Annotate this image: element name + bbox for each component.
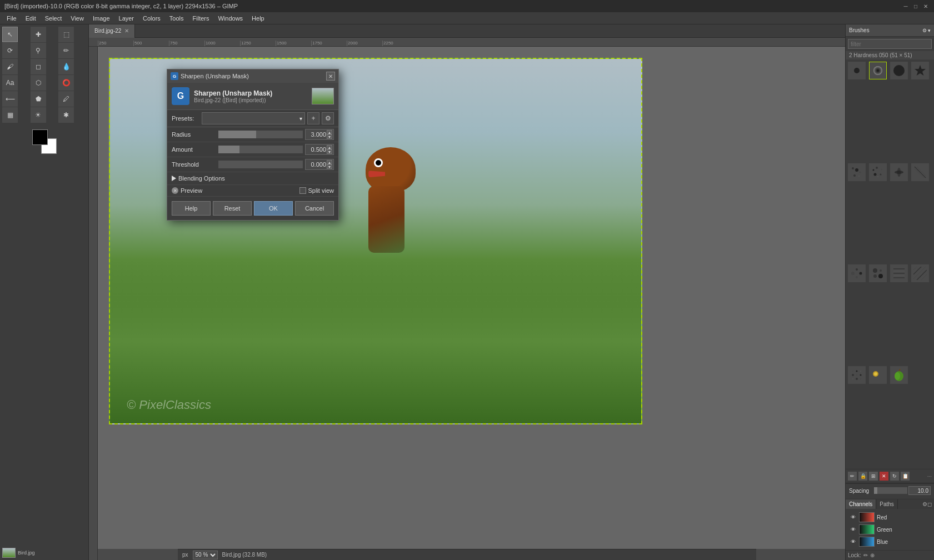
lock-paint-icon[interactable]: ✏: [863, 552, 868, 558]
brush-star[interactable]: [911, 62, 929, 79]
menu-file[interactable]: File: [2, 14, 21, 23]
brush-random[interactable]: [869, 366, 887, 384]
channel-row-green[interactable]: 👁 Green: [848, 523, 932, 536]
refresh-tool-icon[interactable]: ↻: [890, 472, 899, 481]
layer-item[interactable]: Bird.jpg: [0, 546, 88, 560]
tool-color-picker[interactable]: 🖊: [58, 91, 74, 107]
menu-windows[interactable]: Windows: [213, 14, 247, 23]
menu-select[interactable]: Select: [41, 14, 67, 23]
tool-fill[interactable]: 💧: [58, 59, 74, 74]
menu-image[interactable]: Image: [88, 14, 114, 23]
tool-zoom[interactable]: ⬚: [58, 27, 74, 42]
amount-slider[interactable]: [218, 146, 303, 153]
panel-settings-icon[interactable]: ⚙: [922, 501, 927, 507]
amount-up-spinner[interactable]: ▲: [327, 145, 332, 149]
brush-hardness-small[interactable]: [848, 62, 866, 79]
threshold-down-spinner[interactable]: ▼: [327, 164, 332, 169]
tool-heal[interactable]: ✏: [58, 43, 74, 58]
lock-position-icon[interactable]: ⊕: [870, 552, 875, 558]
paint-tool-icon[interactable]: ✏: [848, 472, 857, 481]
tool-select-rect[interactable]: ⬡: [31, 75, 46, 91]
brushes-expand-icon[interactable]: ▾: [928, 28, 931, 33]
tool-dodge[interactable]: ☀: [31, 107, 46, 123]
help-button[interactable]: Help: [172, 201, 211, 216]
threshold-slider[interactable]: [218, 161, 303, 168]
red-channel-visibility-icon[interactable]: 👁: [849, 514, 857, 521]
brush-splatter-6[interactable]: [869, 264, 887, 282]
brush-filter-input[interactable]: [848, 39, 932, 49]
foreground-color[interactable]: [32, 129, 48, 145]
menu-colors[interactable]: Colors: [138, 14, 165, 23]
menu-view[interactable]: View: [66, 14, 88, 23]
amount-value[interactable]: 0.500: [307, 146, 326, 153]
threshold-up-spinner[interactable]: ▲: [327, 160, 332, 164]
tool-rotate[interactable]: ⚲: [31, 43, 46, 58]
brush-hardness-050[interactable]: [869, 62, 887, 79]
spacing-value[interactable]: 10.0: [908, 486, 931, 495]
tab-channels[interactable]: Channels: [846, 499, 876, 509]
tool-select-fuzzy[interactable]: ⬟: [31, 91, 46, 107]
cancel-button[interactable]: Cancel: [295, 201, 334, 216]
threshold-value[interactable]: 0.000: [307, 161, 326, 168]
presets-dropdown[interactable]: ▾: [202, 112, 305, 124]
presets-add-button[interactable]: +: [307, 112, 319, 124]
preview-close-icon[interactable]: ✕: [172, 187, 178, 194]
tab-paths[interactable]: Paths: [876, 499, 898, 509]
split-view-checkbox[interactable]: [299, 187, 306, 194]
menu-filters[interactable]: Filters: [188, 14, 214, 23]
brush-splatter-1[interactable]: [848, 163, 866, 181]
brush-splatter-5[interactable]: [848, 264, 866, 282]
ok-button[interactable]: OK: [254, 201, 293, 216]
lock-tool-icon[interactable]: 🔒: [858, 472, 867, 481]
brush-splatter-3[interactable]: [890, 163, 908, 181]
radius-up-spinner[interactable]: ▲: [327, 130, 332, 134]
zoom-select[interactable]: 50 %: [193, 551, 218, 559]
tool-eraser[interactable]: ◻: [31, 59, 46, 74]
radius-value[interactable]: 3.000: [307, 131, 326, 138]
brush-lines[interactable]: [890, 264, 908, 282]
blue-channel-visibility-icon[interactable]: 👁: [849, 538, 857, 545]
green-channel-visibility-icon[interactable]: 👁: [849, 526, 857, 533]
fg-bg-colors[interactable]: [32, 129, 57, 154]
radius-slider[interactable]: [218, 131, 303, 138]
brush-dots[interactable]: [848, 366, 866, 384]
grid-tool-icon[interactable]: ⊞: [869, 472, 878, 481]
tool-smudge[interactable]: ✱: [58, 107, 74, 123]
minimize-button[interactable]: ─: [902, 2, 910, 10]
amount-down-spinner[interactable]: ▼: [327, 149, 332, 154]
menu-edit[interactable]: Edit: [21, 14, 41, 23]
copy-tool-icon[interactable]: 📋: [901, 472, 910, 481]
radius-down-spinner[interactable]: ▼: [327, 134, 332, 139]
tool-text[interactable]: Aa: [2, 75, 18, 91]
menu-tools[interactable]: Tools: [165, 14, 188, 23]
brush-hardness-hard[interactable]: [890, 62, 908, 79]
dialog-close-button[interactable]: ✕: [326, 72, 335, 81]
brush-apple[interactable]: [890, 366, 908, 384]
channel-row-red[interactable]: 👁 Red: [848, 511, 932, 523]
tool-crop[interactable]: ⟳: [2, 43, 18, 58]
maximize-button[interactable]: □: [912, 2, 920, 10]
canvas-tab[interactable]: Bird.jpg-22 ✕: [89, 24, 135, 38]
tool-move[interactable]: ✚: [31, 27, 46, 42]
tab-close-icon[interactable]: ✕: [124, 28, 129, 34]
dialog-titlebar[interactable]: G Sharpen (Unsharp Mask) ✕: [167, 69, 338, 83]
menu-layer[interactable]: Layer: [114, 14, 139, 23]
channel-row-blue[interactable]: 👁 Blue: [848, 536, 932, 548]
tool-gradient[interactable]: ▦: [2, 107, 18, 123]
tool-paint[interactable]: 🖌: [2, 59, 18, 74]
delete-tool-icon[interactable]: ✕: [880, 472, 888, 481]
brushes-settings-icon[interactable]: ⚙: [922, 28, 927, 33]
close-button[interactable]: ✕: [922, 2, 930, 10]
tool-select-free[interactable]: ⟵: [2, 91, 18, 107]
tool-select-ellipse[interactable]: ⭕: [58, 75, 74, 91]
tool-pointer[interactable]: ↖: [2, 27, 18, 42]
menu-help[interactable]: Help: [247, 14, 269, 23]
brush-splatter-2[interactable]: [869, 163, 887, 181]
blending-options-row[interactable]: Blending Options: [167, 172, 338, 185]
presets-manage-button[interactable]: ⚙: [322, 112, 334, 124]
preview-label[interactable]: Preview: [181, 187, 202, 194]
brush-diagonal[interactable]: [911, 264, 929, 282]
panel-expand-icon[interactable]: ◻: [927, 501, 932, 507]
brush-splatter-4[interactable]: [911, 163, 929, 181]
reset-button[interactable]: Reset: [213, 201, 252, 216]
